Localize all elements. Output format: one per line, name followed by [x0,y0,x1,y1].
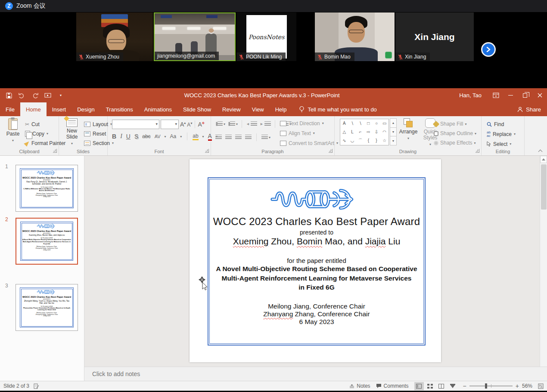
copy-button[interactable]: Copy ▾ [25,129,48,138]
scrollbar-up-button[interactable] [540,156,547,163]
slide-thumbnail-3[interactable]: WOCC 2023 Charles Kao Best Paper Award p… [16,284,78,331]
slide-sorter-view-button[interactable] [426,382,435,390]
scrollbar-thumb[interactable] [541,164,547,210]
fit-slide-to-window-button[interactable] [538,383,544,389]
shape-glyph[interactable]: ☆ [382,139,386,143]
gallery-next-page-button[interactable] [481,42,496,57]
character-spacing-button[interactable]: AV [155,134,161,139]
editor-vertical-scrollbar[interactable] [540,156,547,367]
undo-button[interactable] [18,92,26,99]
shapes-scroll-up-button[interactable]: ▲ [390,118,397,128]
font-dialog-launcher[interactable] [205,149,209,153]
tab-slide-show[interactable]: Slide Show [177,102,217,116]
text-direction-button[interactable]: Text Direction▾ [280,119,324,128]
award-date[interactable]: 6 May 2023 [210,318,423,326]
tab-insert[interactable]: Insert [47,102,72,116]
comments-toggle-button[interactable]: Comments [376,383,409,389]
notes-toggle-button[interactable]: Notes [349,383,370,389]
shape-glyph[interactable]: ∖ [359,121,361,126]
ribbon-display-options-button[interactable] [488,88,503,102]
paper-title[interactable]: A Novel Multi-Objective Routing Scheme B… [210,264,423,292]
share-button[interactable]: Share [517,102,541,116]
paragraph-dialog-launcher[interactable] [329,149,333,153]
account-user-name[interactable]: Han, Tao [459,92,482,99]
font-size-combobox[interactable] [161,120,179,129]
strikethrough-button[interactable]: abc [142,133,150,139]
shape-glyph[interactable]: A [343,121,346,126]
shape-glyph[interactable]: L [351,130,354,134]
shape-glyph[interactable]: ○ [375,121,378,126]
spell-check-icon[interactable] [34,383,39,389]
drawing-dialog-launcher[interactable] [476,149,479,153]
align-right-button[interactable] [235,135,242,140]
zoom-in-button[interactable]: + [516,383,519,389]
chair-line-1[interactable]: Meilong Jiang, Conference Chair [210,302,423,310]
award-title[interactable]: WOCC 2023 Charles Kao Best Paper Award [210,216,423,228]
underline-button[interactable]: U [126,133,131,140]
tab-animations[interactable]: Animations [139,102,177,116]
align-text-button[interactable]: Align Text▾ [280,129,315,138]
zoom-slider-thumb[interactable] [485,383,487,389]
increase-font-size-button[interactable]: A▴ [180,121,186,128]
slide-thumbnail-2[interactable]: WOCC 2023 Charles Kao Best Paper Award p… [16,218,78,265]
paste-button[interactable]: Paste ▾ [3,118,23,148]
align-center-button[interactable] [225,135,232,140]
video-tile-bomin-mao[interactable]: Bomin Mao [315,12,395,61]
zoom-level[interactable]: 56% [522,383,532,389]
start-slideshow-button[interactable] [44,92,52,99]
presented-to-line[interactable]: presented to [210,229,423,236]
convert-to-smartart-button[interactable]: Convert to SmartArt▾ [280,139,338,148]
shape-glyph[interactable]: ◠ [382,130,386,134]
notes-pane[interactable]: Click to add notes [84,367,547,381]
tab-home[interactable]: Home [20,102,47,116]
numbering-button[interactable]: ▾ [228,121,238,127]
shape-fill-button[interactable]: Shape Fill▾ [434,120,466,128]
recipients-line[interactable]: Xueming Zhou, Bomin Mao, and Jiajia Liu [210,236,423,247]
columns-button[interactable]: ▾ [261,135,270,140]
clear-formatting-button[interactable]: A◆ [198,121,205,128]
slide-thumbnail-1[interactable]: WOCC 2023 Charles Kao Best Paper Award p… [16,165,78,212]
shape-glyph[interactable]: ∿ [342,139,346,143]
clipboard-dialog-launcher[interactable] [53,149,57,153]
text-highlight-button[interactable]: ab [193,133,198,140]
shapes-more-button[interactable]: ▼ [390,136,397,145]
video-tile-jiangmeilong[interactable]: jiangmeilong@gmail.com [154,12,236,61]
increase-indent-button[interactable]: ► [260,121,271,127]
tab-design[interactable]: Design [71,102,100,116]
collapse-ribbon-button[interactable] [538,150,543,153]
tab-help[interactable]: Help [270,102,292,116]
change-case-button[interactable]: Aa [170,133,177,139]
shape-glyph[interactable]: { [368,139,369,143]
shape-effects-button[interactable]: Shape Effects▾ [434,139,476,147]
decrease-font-size-button[interactable]: A▾ [187,121,192,128]
chair-line-2[interactable]: Zhanyang Zhang, Conference Chair [210,310,423,318]
bold-button[interactable]: B [112,133,116,140]
shape-outline-button[interactable]: Shape Outline▾ [434,129,476,138]
video-tile-xin-jiang[interactable]: Xin Jiang Xin Jiang [395,12,474,61]
replace-button[interactable]: abac Replace▾ [487,130,516,139]
close-button[interactable] [532,88,547,102]
cut-button[interactable]: ✂ Cut [25,120,40,129]
customize-qat-button[interactable]: ▾ [57,92,65,99]
tab-view[interactable]: View [246,102,270,116]
tab-file[interactable]: File [0,102,20,116]
shape-glyph[interactable]: ◡ [351,139,354,143]
tab-review[interactable]: Review [217,102,246,116]
video-tile-poon-lik-ming[interactable]: PoonsNotes POON Lik Ming [236,12,296,61]
find-button[interactable]: Find [487,120,504,129]
italic-button[interactable]: I [120,133,122,140]
shape-glyph[interactable]: ⌒ [358,139,363,143]
select-button[interactable]: Select▾ [487,139,511,148]
zoom-slider[interactable] [469,383,513,389]
shape-glyph[interactable]: ⌐ [359,130,362,134]
slideshow-view-button[interactable] [448,382,457,390]
decrease-indent-button[interactable]: ◄ [246,121,257,127]
tab-transitions[interactable]: Transitions [100,102,139,116]
save-button[interactable] [5,92,13,99]
new-slide-button[interactable]: New Slide ▾ [62,118,82,148]
shape-glyph[interactable]: ∖ [351,121,354,126]
restore-button[interactable] [518,88,532,102]
shapes-gallery[interactable]: A∖∖□○▭△L⌐⇨⇩◠∿◡⌒{}☆ [340,119,389,145]
for-paper-line[interactable]: for the paper entitled [210,257,423,264]
align-left-button[interactable] [215,135,222,140]
